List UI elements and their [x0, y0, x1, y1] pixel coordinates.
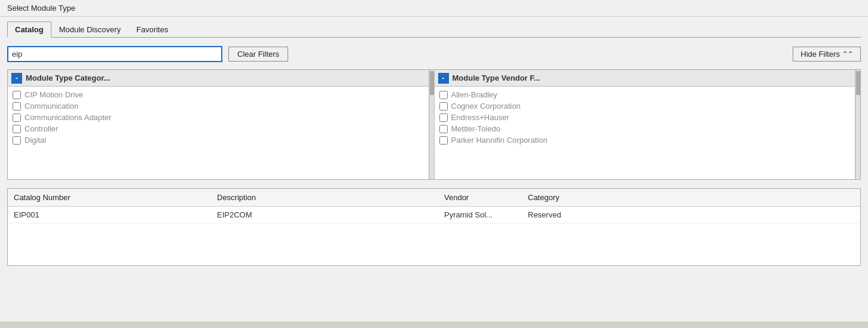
- tab-catalog[interactable]: Catalog: [7, 22, 51, 38]
- list-item: Allen-Bradley: [438, 89, 852, 100]
- category-checkbox-1[interactable]: [13, 102, 21, 111]
- category-collapse-button[interactable]: -: [11, 73, 22, 84]
- category-label-4: Digital: [25, 136, 46, 145]
- vendor-checkbox-4[interactable]: [439, 136, 448, 145]
- list-item: Parker Hannifin Corporation: [438, 134, 852, 146]
- vendor-filter-title: Module Type Vendor F...: [453, 73, 540, 82]
- table-row[interactable]: EIP001 EIP2COM Pyramid Sol... Reserved: [8, 207, 860, 223]
- search-input[interactable]: [7, 46, 222, 62]
- cell-vendor-0: Pyramid Sol...: [438, 209, 522, 220]
- cell-description-0: EIP2COM: [211, 209, 438, 220]
- category-label-3: Controller: [25, 124, 58, 133]
- cell-catalog-0: EIP001: [8, 209, 211, 220]
- vendor-filter-items: Allen-Bradley Cognex Corporation Endress…: [435, 87, 855, 179]
- category-checkbox-2[interactable]: [13, 114, 21, 122]
- vendor-filter-header: - Module Type Vendor F...: [435, 70, 855, 87]
- results-header: Catalog Number Description Vendor Catego…: [8, 189, 860, 207]
- tab-module-discovery[interactable]: Module Discovery: [51, 22, 129, 38]
- vendor-label-4: Parker Hannifin Corporation: [451, 136, 548, 145]
- tab-favorites[interactable]: Favorites: [129, 22, 176, 38]
- category-filter-title: Module Type Categor...: [26, 73, 110, 82]
- col-header-catalog: Catalog Number: [8, 192, 211, 203]
- list-item: Controller: [11, 123, 425, 134]
- category-label-0: CIP Motion Drive: [25, 90, 83, 99]
- category-filter-panel: - Module Type Categor... CIP Motion Driv…: [8, 70, 434, 179]
- results-table: Catalog Number Description Vendor Catego…: [7, 188, 861, 266]
- category-checkbox-3[interactable]: [13, 125, 21, 133]
- dialog-title: Select Module Type: [7, 4, 75, 13]
- vendor-scrollbar[interactable]: [855, 70, 860, 179]
- list-item: Endress+Hauser: [438, 112, 852, 123]
- vendor-checkbox-0[interactable]: [439, 91, 448, 99]
- vendor-label-1: Cognex Corporation: [451, 102, 521, 111]
- category-label-2: Communications Adapter: [25, 113, 111, 122]
- category-scrollbar[interactable]: [429, 70, 434, 179]
- hide-filters-button[interactable]: Hide Filters ⌃⌃: [793, 47, 861, 62]
- col-header-vendor: Vendor: [438, 192, 522, 203]
- vendor-checkbox-1[interactable]: [439, 102, 448, 111]
- vendor-checkbox-3[interactable]: [439, 125, 448, 133]
- list-item: Cognex Corporation: [438, 100, 852, 112]
- filter-row: Clear Filters Hide Filters ⌃⌃: [7, 46, 861, 62]
- list-item: CIP Motion Drive: [11, 89, 425, 100]
- filters-area: - Module Type Categor... CIP Motion Driv…: [7, 69, 861, 180]
- cell-category-0: Reserved: [522, 209, 641, 220]
- category-filter-header: - Module Type Categor...: [8, 70, 429, 87]
- vendor-label-0: Allen-Bradley: [451, 90, 497, 99]
- col-header-description: Description: [211, 192, 438, 203]
- list-item: Communications Adapter: [11, 112, 425, 123]
- vendor-checkbox-2[interactable]: [439, 114, 448, 122]
- hide-filters-label: Hide Filters: [800, 50, 840, 59]
- list-item: Communication: [11, 100, 425, 112]
- clear-filters-button[interactable]: Clear Filters: [228, 47, 288, 62]
- col-header-category: Category: [522, 192, 641, 203]
- vendor-collapse-button[interactable]: -: [438, 73, 449, 84]
- vendor-filter-panel: - Module Type Vendor F... Allen-Bradley …: [435, 70, 861, 179]
- tab-bar: Catalog Module Discovery Favorites: [7, 22, 861, 38]
- list-item: Digital: [11, 134, 425, 146]
- chevron-up-icon: ⌃⌃: [842, 50, 853, 58]
- vendor-label-3: Mettler-Toledo: [451, 124, 500, 133]
- vendor-label-2: Endress+Hauser: [451, 113, 509, 122]
- category-checkbox-0[interactable]: [13, 91, 21, 99]
- category-filter-items: CIP Motion Drive Communication Communica…: [8, 87, 429, 179]
- category-checkbox-4[interactable]: [13, 136, 21, 145]
- list-item: Mettler-Toledo: [438, 123, 852, 134]
- category-label-1: Communication: [25, 102, 78, 111]
